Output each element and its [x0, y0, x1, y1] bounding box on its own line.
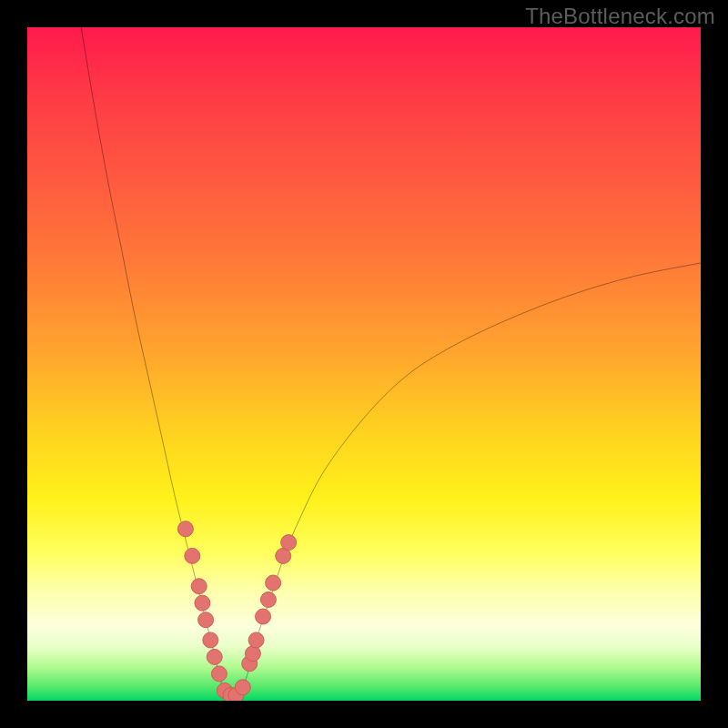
plot-area [27, 27, 701, 701]
marker-dot [248, 632, 264, 648]
marker-dot [260, 592, 276, 607]
marker-dot [207, 649, 222, 664]
marker-dot [195, 595, 210, 611]
marker-dot [177, 521, 193, 537]
curve-plot [27, 27, 701, 701]
marker-dot [281, 535, 297, 551]
marker-dot [266, 575, 281, 591]
marker-dot [235, 680, 250, 695]
chart-frame: TheBottleneck.com [0, 0, 728, 728]
marker-dot [203, 632, 218, 648]
marker-dot [185, 548, 200, 563]
marker-dot [198, 612, 214, 628]
marker-dot [211, 666, 227, 682]
watermark-text: TheBottleneck.com [525, 4, 715, 29]
marker-dot [191, 579, 207, 594]
marker-dot [255, 609, 270, 624]
bottleneck-curve [81, 27, 701, 699]
marker-dot [245, 646, 260, 662]
